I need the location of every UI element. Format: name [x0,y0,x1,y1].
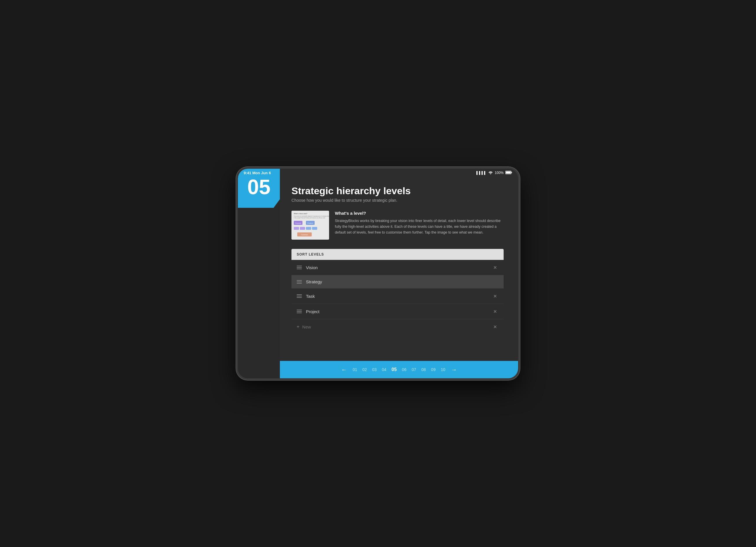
new-level-input[interactable] [302,324,491,329]
add-level-row[interactable]: + ✕ [291,319,504,334]
nav-step-03[interactable]: 03 [372,367,377,372]
battery-icon [505,171,512,175]
drag-handle-strategy[interactable] [297,280,302,284]
level-row-task[interactable]: Task ✕ [291,289,504,304]
nav-step-06[interactable]: 06 [402,367,407,372]
level-name-vision: Vision [306,265,491,270]
svg-text:Focus areas are customisable c: Focus areas are customisable categories … [294,216,329,217]
add-icon: + [297,324,299,329]
nav-steps: 01 02 03 04 05 06 07 08 09 10 [353,367,445,372]
left-panel: 05 [238,169,280,378]
level-name-task: Task [306,294,491,299]
svg-text:Products: Products [307,222,313,224]
main-layout: 05 Strategic hierarchy levels Choose how… [238,169,518,378]
nav-step-09[interactable]: 09 [431,367,436,372]
svg-rect-13 [306,227,311,230]
sort-levels-header: SORT LEVELS [291,249,504,260]
status-time: 9:41 Mon Jun 6 [244,171,271,175]
drag-handle-task[interactable] [297,294,302,298]
svg-rect-12 [300,227,305,230]
close-button-new[interactable]: ✕ [491,323,498,330]
svg-text:In this example Financial, Pro: In this example Financial, Products and … [294,217,326,219]
level-row-vision[interactable]: Vision ✕ [291,260,504,275]
nav-step-07[interactable]: 07 [412,367,416,372]
svg-text:What's a focus area?: What's a focus area? [294,213,307,214]
info-heading: What's a level? [335,211,504,216]
info-image[interactable]: What's a focus area? Focus areas are cus… [291,211,329,240]
level-name-strategy: Strategy [306,279,498,284]
close-button-vision[interactable]: ✕ [491,264,498,271]
nav-step-02[interactable]: 02 [362,367,367,372]
info-card: What's a focus area? Focus areas are cus… [291,211,504,240]
nav-step-05[interactable]: 05 [392,367,397,372]
level-name-project: Project [306,309,491,314]
svg-rect-14 [312,227,317,230]
close-button-task[interactable]: ✕ [491,293,498,300]
nav-step-01[interactable]: 01 [353,367,357,372]
battery-label: 100% [495,171,504,175]
nav-step-04[interactable]: 04 [382,367,386,372]
page-subtitle: Choose how you would like to structure y… [291,198,504,203]
level-row-strategy[interactable]: Strategy [291,275,504,289]
device-frame: 9:41 Mon Jun 6 ▌▌▌▌ 100% 05 [236,167,520,380]
svg-rect-1 [511,172,512,173]
signal-icon: ▌▌▌▌ [476,171,487,175]
next-arrow[interactable]: → [445,366,463,373]
content-inner: Strategic hierarchy levels Choose how yo… [280,177,518,361]
info-body: StrategyBlocks works by breaking your vi… [335,218,504,235]
info-text-block: What's a level? StrategyBlocks works by … [335,211,504,240]
drag-handle-project[interactable] [297,310,302,313]
svg-rect-2 [506,171,511,173]
status-icons: ▌▌▌▌ 100% [476,171,512,175]
sort-levels-container: SORT LEVELS Vision ✕ [291,249,504,334]
prev-arrow[interactable]: ← [335,366,353,373]
content-panel: Strategic hierarchy levels Choose how yo… [280,169,518,378]
close-button-project[interactable]: ✕ [491,308,498,315]
svg-rect-11 [294,227,299,230]
wifi-icon [488,171,493,175]
nav-step-10[interactable]: 10 [441,367,445,372]
svg-text:Financial: Financial [295,222,301,224]
page-title: Strategic hierarchy levels [291,186,504,196]
level-row-project[interactable]: Project ✕ [291,304,504,319]
nav-step-08[interactable]: 08 [421,367,426,372]
status-bar: 9:41 Mon Jun 6 ▌▌▌▌ 100% [238,169,518,177]
drag-handle-vision[interactable] [297,266,302,269]
svg-text:Customers: Customers [301,234,308,236]
bottom-nav: ← 01 02 03 04 05 06 07 08 09 10 → [280,361,518,378]
step-number: 05 [247,177,270,197]
